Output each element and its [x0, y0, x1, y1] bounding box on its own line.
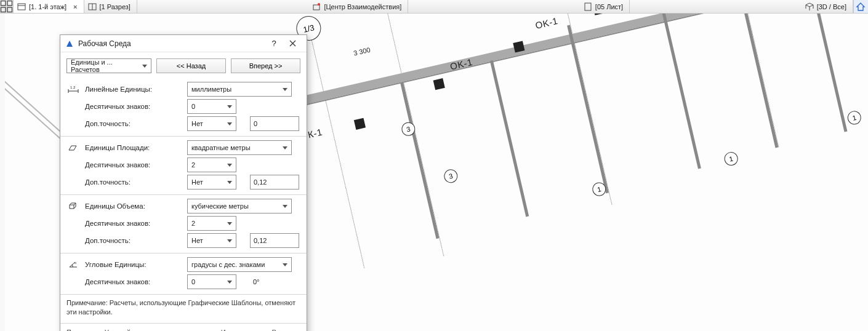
tab-floor-plan[interactable]: [1. 1-й этаж] × — [14, 0, 84, 13]
volume-units-combo[interactable]: кубические метры — [187, 199, 292, 213]
archicad-app-icon — [65, 39, 74, 48]
window-tag: К-1 — [307, 127, 323, 140]
area-extra-accuracy-combo[interactable]: Нет — [187, 175, 236, 189]
volume-extra-accuracy-combo[interactable]: Нет — [187, 233, 236, 248]
angle-sample-value: 0° — [250, 274, 299, 289]
footer-left-label: Параметры Условий — [66, 329, 131, 331]
volume-units-icon — [68, 202, 79, 210]
area-decimals-combo[interactable]: 2 — [187, 158, 236, 172]
close-icon — [289, 40, 296, 47]
linear-units-icon: 1.2 — [68, 85, 79, 94]
volume-decimals-combo[interactable]: 2 — [187, 216, 236, 231]
working-units-dialog: Рабочая Среда ? Единицы и ... Расчетов <… — [60, 34, 307, 331]
home-nav-icon — [856, 2, 866, 12]
section-view-icon — [88, 2, 97, 11]
svg-rect-8 — [313, 5, 319, 10]
svg-marker-15 — [66, 41, 73, 47]
svg-rect-2 — [1, 7, 6, 12]
area-units-icon — [68, 143, 79, 152]
tab-section[interactable]: [1 Разрез] — [84, 0, 137, 13]
dimension-label: 3 300 — [352, 46, 372, 57]
area-units-label: Единицы Площади: — [85, 144, 182, 151]
linear-units-label: Линейные Единицы: — [85, 86, 182, 93]
preference-page-value: Единицы и ... Расчетов — [71, 58, 140, 73]
area-extra-accuracy-value[interactable]: 0,12 — [250, 175, 299, 189]
preference-page-selector[interactable]: Единицы и ... Расчетов — [66, 58, 151, 73]
volume-extra-accuracy-value[interactable]: 0,12 — [250, 233, 299, 248]
prev-page-button[interactable]: << Назад — [156, 58, 226, 73]
angle-decimals-combo[interactable]: 0 — [187, 274, 236, 289]
window-tag: OK-1 — [449, 57, 473, 72]
window-layout-button[interactable] — [0, 0, 14, 13]
cube-3d-icon — [805, 2, 814, 11]
svg-marker-22 — [69, 146, 76, 150]
dialog-title: Рабочая Среда — [78, 39, 265, 48]
angle-units-label: Угловые Единицы: — [85, 261, 182, 268]
footer-right-label: Использовать в Расчетах — [221, 329, 300, 331]
grid-marker-small: 1 — [723, 151, 739, 167]
plan-view-icon — [17, 2, 26, 11]
help-button[interactable]: ? — [265, 35, 283, 52]
tab-3d-view[interactable]: [3D / Все] — [802, 0, 853, 13]
svg-rect-10 — [585, 3, 591, 10]
tab-label: [1. 1-й этаж] — [29, 3, 66, 10]
svg-text:1.2: 1.2 — [70, 86, 76, 89]
svg-rect-3 — [7, 7, 12, 12]
tab-label: [3D / Все] — [817, 3, 846, 10]
override-note: Примечание: Расчеты, использующие Графич… — [60, 294, 307, 323]
close-button[interactable] — [283, 35, 302, 52]
tab-layout-sheet[interactable]: [05 Лист] — [580, 0, 630, 13]
tab-interaction-center[interactable]: [Центр Взаимодействия] — [308, 0, 408, 13]
tab-label: [05 Лист] — [595, 3, 623, 10]
volume-decimals-label: Десятичных знаков: — [85, 220, 182, 227]
grid-marker-small: 1 — [846, 110, 862, 126]
close-tab-button[interactable]: × — [73, 3, 77, 10]
svg-rect-0 — [1, 1, 6, 6]
linear-decimals-label: Десятичных знаков: — [85, 103, 182, 110]
linear-extra-accuracy-label: Доп.точность: — [85, 120, 182, 127]
angle-units-icon: α — [68, 260, 79, 269]
linear-extra-accuracy-combo[interactable]: Нет — [187, 116, 236, 131]
svg-point-9 — [318, 3, 320, 6]
tab-label: [Центр Взаимодействия] — [324, 3, 401, 10]
layout-sheet-icon — [584, 2, 592, 11]
volume-units-label: Единицы Объема: — [85, 202, 182, 210]
svg-text:α: α — [74, 261, 76, 265]
tab-label: [1 Разрез] — [100, 3, 131, 10]
interaction-center-icon — [312, 2, 321, 11]
document-tab-bar: [1. 1-й этаж] × [1 Разрез] [Центр Взаимо… — [0, 0, 868, 14]
linear-units-combo[interactable]: миллиметры — [187, 82, 292, 97]
angle-decimals-label: Десятичных знаков: — [85, 278, 182, 285]
navigator-toggle-button[interactable] — [853, 0, 868, 13]
area-decimals-label: Десятичных знаков: — [85, 161, 182, 169]
dialog-titlebar[interactable]: Рабочая Среда ? — [60, 35, 307, 52]
svg-marker-11 — [806, 3, 813, 7]
area-extra-accuracy-label: Доп.точность: — [85, 178, 182, 186]
linear-extra-accuracy-value[interactable]: 0 — [250, 116, 299, 131]
next-page-button[interactable]: Вперед >> — [231, 58, 300, 73]
grid-marker-small: 3 — [443, 168, 459, 184]
volume-extra-accuracy-label: Доп.точность: — [85, 237, 182, 244]
angle-units-combo[interactable]: градусы с дес. знаками — [187, 257, 292, 272]
svg-rect-1 — [7, 1, 12, 6]
area-units-combo[interactable]: квадратные метры — [187, 140, 292, 155]
svg-rect-4 — [18, 4, 25, 10]
window-tag: OK-1 — [534, 15, 559, 31]
linear-decimals-combo[interactable]: 0 — [187, 99, 236, 114]
svg-marker-23 — [70, 205, 74, 209]
